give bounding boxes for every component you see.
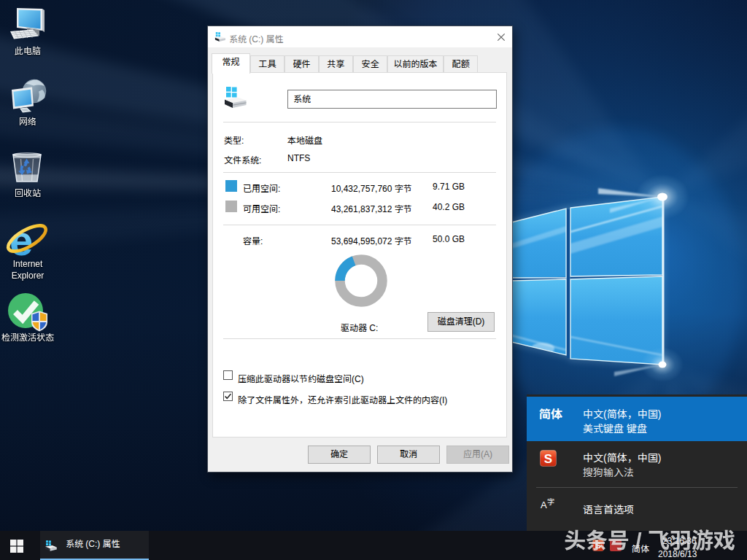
- svg-text:S: S: [544, 452, 552, 466]
